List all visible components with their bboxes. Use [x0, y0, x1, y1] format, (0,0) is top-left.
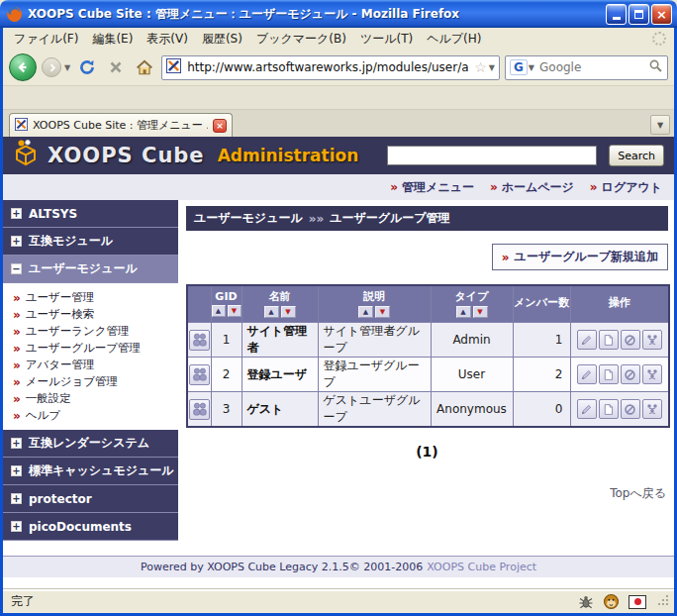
close-button[interactable]: × — [651, 4, 672, 25]
col-header-name: 名前▲▼ — [242, 285, 318, 323]
tab-xoops-admin[interactable]: XOOPS Cube Site : 管理メニュー ... × — [9, 113, 233, 137]
sort-controls: ▲▼ — [242, 306, 318, 318]
reload-button[interactable] — [75, 58, 99, 76]
forward-button[interactable] — [42, 57, 61, 77]
deny-button[interactable] — [621, 399, 640, 419]
sidebar-item-user-module-1[interactable]: »ユーザー検索 — [3, 306, 178, 323]
add-group-button[interactable]: » ユーザーグループ新規追加 — [492, 244, 668, 270]
edit-button[interactable] — [577, 364, 597, 384]
resize-grip[interactable] — [657, 592, 670, 611]
menu-help[interactable]: ヘルプ(H) — [420, 29, 488, 50]
group-icon-button[interactable] — [189, 364, 210, 385]
maximize-button[interactable] — [629, 4, 649, 25]
menu-bookmarks[interactable]: ブックマーク(B) — [249, 29, 353, 50]
arrow-icon: » — [13, 343, 21, 355]
sidebar-section-user-module[interactable]: −ユーザーモジュール — [3, 256, 178, 283]
sidebar-section-altsys[interactable]: +ALTSYS — [3, 200, 178, 228]
sort-asc-gid[interactable]: ▲ — [212, 305, 226, 317]
sidebar-section-cache-module[interactable]: +標準キャッシュモジュール — [3, 458, 178, 485]
edit-button[interactable] — [577, 330, 597, 350]
sidebar-section-legacy-module[interactable]: +互換モジュール — [3, 228, 178, 256]
site-search-button[interactable]: Search — [609, 145, 664, 166]
sidebar-item-user-module-4[interactable]: »アバター管理 — [3, 357, 178, 373]
home-button[interactable] — [133, 58, 156, 76]
members-button[interactable] — [642, 364, 662, 384]
breadcrumb: ユーザーモジュール »» ユーザーグループ管理 — [186, 206, 668, 231]
back-to-top-link[interactable]: Topへ戻る — [610, 486, 666, 500]
sidebar-section-label: 互換モジュール — [29, 233, 113, 250]
gid-cell: 2 — [211, 358, 242, 392]
sort-desc-type[interactable]: ▼ — [473, 306, 488, 318]
col-header-gid: GID▲▼ — [211, 285, 242, 323]
url-dropdown-icon[interactable]: ▼ — [489, 63, 495, 72]
stop-button[interactable] — [104, 59, 128, 75]
link-homepage[interactable]: »ホームページ — [490, 179, 574, 196]
sidebar-section-protector[interactable]: +protector — [3, 485, 178, 513]
copy-button[interactable] — [599, 330, 619, 350]
footer-project-link[interactable]: XOOPS Cube Project — [427, 561, 536, 573]
group-icon-button[interactable] — [189, 399, 210, 420]
titlebar[interactable]: XOOPS Cube Site : 管理メニュー：ユーザーモジュール - Moz… — [0, 0, 677, 28]
sort-desc-description[interactable]: ▼ — [375, 306, 390, 318]
sidebar-item-label: ユーザーランク管理 — [26, 324, 130, 339]
breadcrumb-module[interactable]: ユーザーモジュール — [194, 210, 303, 227]
gid-cell: 3 — [211, 392, 242, 428]
deny-button[interactable] — [621, 364, 640, 384]
japan-flag-icon[interactable] — [629, 595, 646, 609]
sort-asc-type[interactable]: ▲ — [456, 306, 471, 318]
deny-button[interactable] — [621, 330, 640, 350]
sidebar-item-user-module-7[interactable]: »ヘルプ — [3, 407, 178, 424]
menu-history[interactable]: 履歴(S) — [195, 29, 249, 50]
menu-edit[interactable]: 編集(E) — [85, 29, 140, 50]
group-icon-button[interactable] — [189, 330, 210, 351]
members-button[interactable] — [642, 330, 662, 350]
group-icon-cell — [187, 392, 211, 428]
web-search-input[interactable] — [537, 59, 645, 75]
arrow-icon: » — [390, 181, 398, 193]
google-engine-icon[interactable]: G — [510, 59, 528, 75]
menu-view[interactable]: 表示(V) — [140, 29, 195, 50]
xoops-cube-logo-icon — [11, 139, 41, 172]
name-cell: サイト管理者 — [242, 323, 318, 358]
sidebar-item-user-module-3[interactable]: »ユーザーグループ管理 — [3, 340, 178, 357]
menu-tools[interactable]: ツール(T) — [353, 29, 420, 50]
magnifier-icon[interactable] — [648, 58, 663, 77]
tab-close-icon[interactable]: × — [213, 119, 227, 133]
bug-extension-icon[interactable] — [578, 594, 594, 610]
sort-asc-name[interactable]: ▲ — [264, 306, 279, 318]
group-row: 2登録ユーザ登録ユーザグループUser2 — [187, 358, 669, 392]
sidebar-item-user-module-0[interactable]: »ユーザー管理 — [3, 289, 178, 306]
url-input[interactable] — [185, 59, 470, 75]
sidebar-item-user-module-5[interactable]: »メールジョブ管理 — [3, 373, 178, 390]
sidebar-section-picodocuments[interactable]: +picoDocuments — [3, 513, 178, 541]
back-forward-dropdown-icon[interactable]: ▼ — [64, 63, 70, 72]
arrow-icon: » — [13, 376, 21, 388]
bookmark-star-icon[interactable]: ☆ — [474, 60, 487, 74]
members-button[interactable] — [642, 399, 662, 419]
group-row: 3ゲストゲストユーザグループAnonymous0 — [187, 392, 669, 428]
operations-cell — [570, 323, 669, 358]
sidebar-item-label: アバター管理 — [26, 358, 95, 372]
link-logout[interactable]: »ログアウト — [590, 179, 662, 196]
sort-desc-gid[interactable]: ▼ — [228, 305, 242, 317]
search-box: G ▼ — [505, 55, 668, 80]
sidebar-section-render-system[interactable]: +互換レンダーシステム — [3, 430, 178, 458]
engine-dropdown-icon[interactable]: ▼ — [529, 63, 534, 72]
site-search-input[interactable] — [387, 146, 597, 165]
sidebar-item-user-module-6[interactable]: »一般設定 — [3, 390, 178, 407]
tabbar: XOOPS Cube Site : 管理メニュー ... × ▼ — [3, 110, 674, 137]
tab-list-dropdown-icon[interactable]: ▼ — [650, 115, 670, 135]
copy-button[interactable] — [599, 399, 619, 419]
sort-desc-name[interactable]: ▼ — [281, 306, 296, 318]
sort-asc-description[interactable]: ▲ — [358, 306, 373, 318]
name-cell: ゲスト — [242, 392, 318, 428]
copy-button[interactable] — [599, 364, 619, 384]
link-admin-menu[interactable]: »管理メニュー — [390, 179, 474, 196]
breadcrumb-page: ユーザーグループ管理 — [330, 210, 449, 227]
sidebar-item-user-module-2[interactable]: »ユーザーランク管理 — [3, 323, 178, 340]
edit-button[interactable] — [577, 399, 597, 419]
minimize-button[interactable] — [606, 4, 627, 25]
foxyproxy-monkey-icon[interactable] — [603, 593, 620, 610]
menu-file[interactable]: ファイル(F) — [7, 29, 85, 50]
back-button[interactable] — [9, 53, 37, 81]
